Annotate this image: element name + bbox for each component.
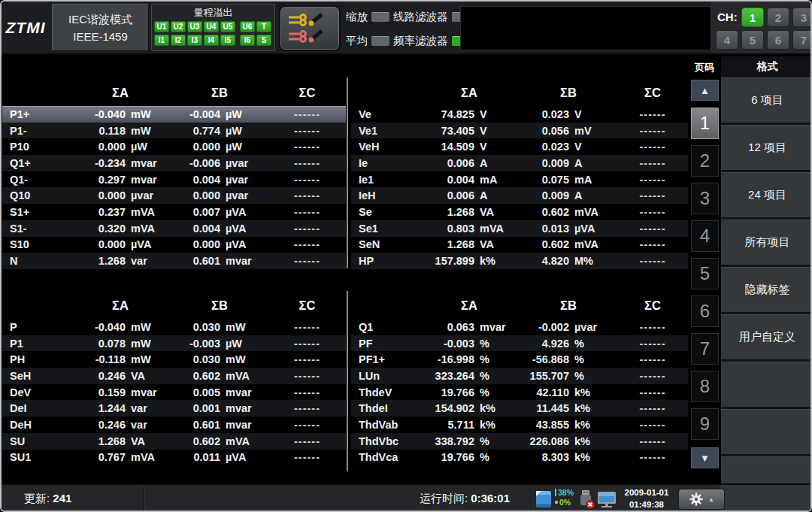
voltage-led-row: U1U2U3U4U5U6T — [154, 21, 272, 32]
channel-led: U5 — [220, 21, 235, 32]
page-button[interactable]: 7 — [691, 333, 719, 365]
table-header: ΣAΣBΣC — [2, 79, 346, 106]
table-row[interactable]: SU 1.268 VA 0.602 mVA ------ — [2, 433, 346, 450]
gear-icon — [689, 492, 704, 507]
channel-row-2: 4567 — [716, 30, 812, 50]
page-panel-title: 页码 — [688, 61, 721, 74]
table-row[interactable]: IeH 0.006 A 0.009 A ------ — [351, 187, 688, 204]
mode-line2: IEEE-1459 — [73, 30, 128, 43]
channel-led: I1 — [154, 35, 169, 46]
channel-button[interactable]: 6 — [767, 30, 789, 50]
format-button[interactable]: 所有项目 — [721, 220, 812, 265]
up-arrow-icon: ▲ — [700, 85, 710, 96]
table-row[interactable]: VeH 14.509 V 0.023 V ------ — [351, 138, 688, 155]
channel-row-1: 123 — [741, 8, 812, 27]
table-row[interactable]: LUn 323.264 % 155.707 % ------ — [351, 368, 688, 384]
meter-bar — [555, 489, 556, 496]
channel-button[interactable]: 1 — [741, 8, 764, 27]
page-button[interactable]: 3 — [691, 183, 719, 214]
table-row[interactable]: DeV 0.159 mvar 0.005 mvar ------ — [2, 384, 346, 401]
measurement-area: ΣAΣBΣC P1+ -0.040 mW -0.004 µW ------ P1… — [2, 56, 812, 483]
zoom-indicator — [371, 12, 389, 22]
format-button[interactable] — [721, 409, 812, 454]
table-row[interactable]: P -0.040 mW 0.030 mW ------ — [2, 319, 346, 335]
page-button[interactable]: 2 — [691, 145, 719, 177]
page-down-button[interactable]: ▼ — [691, 447, 719, 468]
channel-led: U6 — [240, 21, 255, 32]
settings-menu-button[interactable]: ▲ — [678, 489, 725, 510]
status-bar: 更新: 241 运行时间: 0:36:01 38% 0% — [2, 483, 812, 512]
channel-button[interactable]: 5 — [741, 30, 764, 50]
channel-button[interactable]: 4 — [716, 30, 738, 50]
channel-led: I6 — [240, 35, 255, 46]
table-row[interactable]: Q10 0.000 µvar 0.000 µvar ------ — [2, 187, 346, 204]
page-button[interactable]: 8 — [691, 371, 719, 402]
table-row[interactable]: ThdVab 5.711 k% 43.855 k% ------ — [351, 417, 688, 433]
table-row[interactable]: Q1- 0.297 mvar 0.004 µvar ------ — [2, 171, 346, 188]
table-row[interactable]: S1+ 0.237 mVA 0.007 µVA ------ — [2, 204, 346, 220]
page-button[interactable]: 5 — [691, 258, 719, 289]
table-row[interactable]: ThdeI 154.902 k% 11.445 k% ------ — [351, 400, 688, 417]
table-row[interactable]: P1 0.078 mW -0.003 µW ------ — [2, 335, 346, 352]
table-row[interactable]: PF1+ -16.998 % -56.868 % ------ — [351, 351, 688, 368]
format-button[interactable]: 12 项目 — [721, 125, 812, 170]
table-row[interactable]: S1- 0.320 mVA 0.004 µVA ------ — [2, 220, 346, 237]
table-row[interactable]: HP 157.899 k% 4.820 M% ------ — [351, 253, 688, 269]
table-row[interactable]: SeN 1.268 VA 0.602 mVA ------ — [351, 237, 688, 253]
column-header: ΣA — [70, 86, 171, 100]
status-right-section — [720, 485, 812, 512]
table-row[interactable]: N 1.268 var 0.601 mvar ------ — [2, 253, 346, 269]
table-row[interactable]: ThdeV 19.766 % 42.110 k% ------ — [351, 384, 688, 401]
zoom-label: 缩放 — [346, 10, 368, 24]
channel-led: U2 — [171, 21, 186, 32]
table-row[interactable]: ThdVca 19.766 % 8.303 k% ------ — [351, 450, 688, 466]
table-row[interactable]: P1- 0.118 mW 0.774 µW ------ — [2, 123, 346, 139]
format-button[interactable]: 24 项目 — [721, 172, 812, 217]
channel-led: U4 — [204, 21, 219, 32]
range-overflow-title: 量程溢出 — [154, 6, 272, 20]
table-row[interactable]: ThdVbc 338.792 % 226.086 k% ------ — [351, 433, 688, 450]
usage-meters: 38% 0% — [555, 488, 574, 507]
channel-led: I4 — [204, 35, 219, 46]
storage-usage: 38% — [555, 488, 574, 497]
page-button[interactable]: 6 — [691, 295, 719, 327]
format-button[interactable]: 6 项目 — [721, 77, 812, 123]
column-header: ΣC — [268, 298, 346, 313]
format-button[interactable]: 用户自定义 — [721, 314, 812, 359]
page-button[interactable]: 1 — [691, 108, 719, 139]
channel-button[interactable]: 7 — [792, 30, 812, 50]
status-divider — [531, 486, 532, 512]
wiring-diagram-button[interactable] — [280, 7, 339, 50]
page-up-button[interactable]: ▲ — [691, 80, 719, 101]
table-row[interactable]: Ie 0.006 A 0.009 A ------ — [351, 155, 688, 171]
storage-icon — [535, 490, 552, 511]
table-row[interactable]: Q1 0.063 mvar -0.002 µvar ------ — [351, 319, 688, 335]
table-row[interactable]: Se1 0.803 mVA 0.013 µVA ------ — [351, 220, 688, 237]
date-text: 2009-01-01 — [625, 488, 669, 497]
channel-button[interactable]: 3 — [792, 8, 812, 27]
datetime-display: 2009-01-01 01:49:38 — [620, 487, 674, 510]
table-header: ΣAΣBΣC — [2, 292, 346, 319]
table-row[interactable]: Ve 74.825 V 0.023 V ------ — [351, 106, 688, 123]
table-row[interactable]: DeH 0.246 var 0.601 mvar ------ — [2, 417, 346, 433]
table-row[interactable]: Ie1 0.004 mA 0.075 mA ------ — [351, 171, 688, 188]
channel-label: CH: — [717, 11, 738, 23]
table-row[interactable]: Q1+ -0.234 mvar -0.006 µvar ------ — [2, 155, 346, 171]
cpu-usage: 0% — [555, 498, 574, 507]
table-row[interactable]: Ve1 73.405 V 0.056 mV ------ — [351, 123, 688, 139]
table-row[interactable]: SeH 0.246 VA 0.602 mVA ------ — [2, 368, 346, 384]
table-row[interactable]: SU1 0.767 mVA 0.011 µVA ------ — [2, 450, 346, 466]
channel-led: I3 — [187, 35, 202, 46]
table-row[interactable]: P10 0.000 µW 0.000 µW ------ — [2, 138, 346, 155]
format-button[interactable] — [721, 362, 812, 407]
table-row[interactable]: DeI 1.244 var 0.001 mvar ------ — [2, 400, 346, 417]
table-row[interactable]: PF -0.003 % 4.926 % ------ — [351, 335, 688, 352]
table-row[interactable]: PH -0.118 mW 0.030 mW ------ — [2, 351, 346, 368]
table-row[interactable]: Se 1.268 VA 0.602 mVA ------ — [351, 204, 688, 220]
format-button[interactable]: 隐藏标签 — [721, 267, 812, 312]
page-button[interactable]: 9 — [691, 408, 719, 440]
channel-button[interactable]: 2 — [767, 8, 789, 27]
table-row[interactable]: S10 0.000 µVA 0.000 µVA ------ — [2, 237, 346, 253]
page-button[interactable]: 4 — [691, 220, 719, 252]
table-row[interactable]: P1+ -0.040 mW -0.004 µW ------ — [2, 106, 346, 123]
